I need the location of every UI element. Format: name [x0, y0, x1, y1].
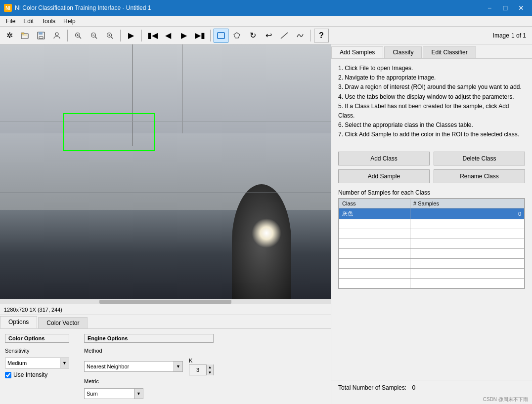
svg-rect-0 — [21, 34, 28, 39]
k-label: K — [189, 358, 214, 364]
col-class: Class — [339, 199, 410, 208]
toolbar-zoom-fit-button[interactable] — [102, 29, 117, 42]
menu-edit[interactable]: Edit — [19, 17, 38, 26]
tab-edit-classifier[interactable]: Edit Classifier — [423, 46, 476, 58]
k-spinner[interactable]: 3 ▲ ▼ — [189, 364, 214, 375]
metric-dropdown[interactable]: Sum ▼ — [84, 388, 143, 399]
sensitivity-value: Medium — [5, 360, 60, 366]
app-icon: NI — [4, 4, 12, 12]
toolbar-rotate-button[interactable]: ↻ — [245, 29, 260, 42]
use-intensity-checkbox[interactable] — [5, 372, 11, 378]
table-row[interactable] — [339, 249, 525, 259]
scrollbar-thumb[interactable] — [99, 300, 232, 304]
class-cell — [339, 239, 410, 249]
add-sample-button[interactable]: Add Sample — [338, 169, 430, 183]
close-button[interactable]: ✕ — [514, 2, 528, 13]
total-samples-value: 0 — [412, 384, 415, 391]
toolbar-polygon-button[interactable] — [229, 29, 244, 42]
metric-label: Metric — [84, 378, 214, 384]
class-cell — [339, 229, 410, 239]
img-ceiling — [0, 44, 331, 133]
toolbar-first-button[interactable]: ▮◀ — [145, 29, 160, 42]
metric-arrow[interactable]: ▼ — [134, 389, 143, 399]
toolbar-select-rect-button[interactable] — [214, 29, 228, 42]
minimize-button[interactable]: − — [483, 2, 496, 13]
tab-options[interactable]: Options — [0, 316, 37, 328]
table-row[interactable] — [339, 239, 525, 249]
toolbar-help-button[interactable]: ? — [314, 29, 329, 42]
toolbar-freehand-button[interactable] — [293, 29, 308, 42]
table-row[interactable] — [339, 259, 525, 269]
menu-tools[interactable]: Tools — [38, 17, 59, 26]
table-row[interactable] — [339, 279, 525, 288]
table-row[interactable] — [339, 269, 525, 279]
svg-point-16 — [109, 34, 110, 36]
toolbar-star-button[interactable]: ✲ — [2, 29, 17, 42]
svg-rect-5 — [39, 37, 43, 39]
table-wrapper[interactable]: Class # Samples 灰色 0 — [338, 198, 525, 289]
toolbar-next-button[interactable]: ▶ — [177, 29, 191, 42]
toolbar-open-button[interactable] — [18, 29, 33, 42]
img-cable2 — [182, 44, 182, 133]
menu-file[interactable]: File — [2, 17, 19, 26]
options-content: Color Options Sensitivity Medium ▼ Use I… — [0, 329, 331, 404]
tab-add-samples[interactable]: Add Samples — [331, 46, 383, 58]
add-class-button[interactable]: Add Class — [338, 152, 430, 165]
method-dropdown[interactable]: Nearest Neighbor ▼ — [84, 361, 183, 372]
use-intensity-label[interactable]: Use Intensity — [13, 371, 47, 378]
svg-point-6 — [55, 33, 58, 36]
right-panel: Add Samples Classify Edit Classifier 1. … — [331, 44, 532, 404]
maximize-button[interactable]: □ — [498, 2, 512, 13]
instruction-7: 7. Click Add Sample to add the color in … — [338, 130, 525, 139]
samples-cell — [410, 229, 525, 239]
toolbar-zoom-in-button[interactable] — [71, 29, 86, 42]
toolbar-undo-button[interactable]: ↩ — [261, 29, 276, 42]
image-area[interactable] — [0, 44, 331, 299]
toolbar-line-button[interactable] — [277, 29, 292, 42]
class-cell — [339, 279, 410, 288]
method-row: Nearest Neighbor ▼ K 3 ▲ ▼ — [84, 358, 214, 375]
action-buttons: Add Class Delete Class Add Sample Rename… — [331, 148, 532, 187]
image-status-bar: 1280x720 1X (317, 244) — [0, 304, 331, 315]
toolbar-last-button[interactable]: ▶▮ — [192, 29, 207, 42]
class-cell — [339, 259, 410, 269]
use-intensity-row: Use Intensity — [5, 371, 69, 378]
tab-classify[interactable]: Classify — [384, 46, 422, 58]
title-bar: NI NI Color Classification Training Inte… — [0, 0, 532, 16]
table-title: Number of Samples for each Class — [338, 189, 525, 196]
main-content: 1280x720 1X (317, 244) Options Color Vec… — [0, 44, 532, 404]
method-value: Nearest Neighbor — [85, 364, 174, 369]
table-row[interactable] — [339, 229, 525, 239]
menu-help[interactable]: Help — [59, 17, 80, 26]
right-tabs-bar: Add Samples Classify Edit Classifier — [331, 44, 532, 59]
toolbar-person-button[interactable] — [49, 29, 64, 42]
instruction-4: 4. Use the tabs below the display window… — [338, 92, 525, 102]
delete-class-button[interactable]: Delete Class — [434, 152, 525, 165]
rename-class-button[interactable]: Rename Class — [434, 169, 525, 183]
image-scrollbar[interactable] — [0, 299, 331, 304]
toolbar-zoom-out-button[interactable] — [87, 29, 101, 42]
image-nav-value: 1 of 1 — [511, 32, 526, 39]
k-decrement-button[interactable]: ▼ — [206, 370, 213, 375]
roi-rectangle[interactable] — [63, 113, 155, 151]
toolbar-prev-button[interactable]: ◀ — [161, 29, 176, 42]
tab-color-vector[interactable]: Color Vector — [38, 317, 88, 328]
samples-cell — [410, 259, 525, 269]
scrollbar-track[interactable] — [0, 300, 331, 304]
instruction-5: 5. If a Class Label has not been created… — [338, 102, 525, 121]
table-row[interactable] — [339, 219, 525, 229]
toolbar-save-button[interactable] — [34, 29, 48, 42]
table-row[interactable]: 灰色 0 — [339, 208, 525, 219]
sensitivity-arrow[interactable]: ▼ — [60, 358, 69, 368]
toolbar-play-button[interactable]: ▶ — [124, 29, 138, 42]
total-samples-label: Total Number of Samples: — [338, 384, 406, 391]
instructions: 1. Click File to open Images. 2. Navigat… — [331, 59, 532, 148]
method-arrow[interactable]: ▼ — [174, 362, 182, 371]
k-increment-button[interactable]: ▲ — [206, 364, 213, 370]
sensitivity-dropdown[interactable]: Medium ▼ — [5, 358, 69, 368]
menu-bar: File Edit Tools Help — [0, 16, 532, 27]
img-shelf — [0, 121, 331, 122]
class-cell — [339, 249, 410, 259]
class-cell: 灰色 — [339, 208, 410, 219]
instruction-2: 2. Navigate to the appropriate image. — [338, 73, 525, 82]
